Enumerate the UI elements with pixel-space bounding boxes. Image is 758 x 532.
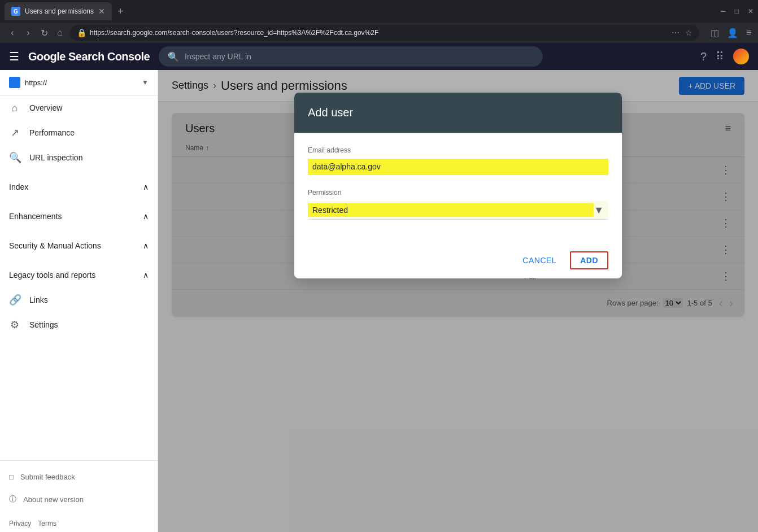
performance-icon: ↗: [9, 127, 20, 139]
sidebar-item-url-inspection[interactable]: 🔍 URL inspection: [0, 145, 158, 170]
submit-feedback-button[interactable]: □ Submit feedback: [0, 465, 158, 488]
expand-icon: ∧: [143, 182, 149, 191]
home-icon: ⌂: [9, 102, 20, 114]
main-layout: https:// ▼ ⌂ Overview ↗ Performance 🔍 UR…: [0, 70, 758, 532]
expand-icon: ∧: [143, 212, 149, 221]
expand-icon: ∧: [143, 271, 149, 280]
reload-button[interactable]: ↻: [38, 28, 50, 38]
search-icon: 🔍: [9, 151, 20, 164]
email-input[interactable]: [308, 159, 608, 175]
browser-tab[interactable]: G Users and permissions ✕: [5, 2, 112, 20]
property-selector[interactable]: https:// ▼: [0, 70, 158, 95]
sidebar-section-enhancements-toggle[interactable]: Enhancements ∧: [9, 204, 149, 229]
terms-link[interactable]: Terms: [38, 520, 56, 527]
sidebar-item-label: Links: [29, 295, 149, 304]
permission-select-wrapper: Restricted Full ▼: [308, 201, 608, 220]
info-icon: ⓘ: [9, 494, 16, 504]
back-button[interactable]: ‹: [7, 28, 18, 38]
window-controls: ─ □ ✕: [721, 7, 753, 15]
browser-chrome: G Users and permissions ✕ + ─ □ ✕: [0, 0, 758, 23]
content-area: Settings › Users and permissions + ADD U…: [158, 70, 758, 532]
security-icon: 🔒: [77, 28, 86, 37]
header-right: ? ⠿: [700, 49, 749, 64]
sidebar-section-security: Security & Manual Actions ∧: [0, 229, 158, 258]
legacy-label: Legacy tools and reports: [9, 271, 138, 280]
sidebar-section-legacy-toggle[interactable]: Legacy tools and reports ∧: [9, 263, 149, 287]
tab-close-icon[interactable]: ✕: [98, 7, 105, 16]
more-icon[interactable]: ⋯: [672, 28, 679, 37]
sidebar-item-label: Performance: [29, 128, 149, 137]
new-tab-button[interactable]: +: [117, 6, 124, 18]
avatar[interactable]: [733, 49, 749, 64]
sidebar-section-legacy: Legacy tools and reports ∧: [0, 258, 158, 287]
help-icon[interactable]: ?: [700, 50, 707, 63]
enhancements-label: Enhancements: [9, 212, 138, 221]
links-icon: 🔗: [9, 294, 20, 306]
nav-buttons: ‹ › ↻ ⌂: [7, 28, 66, 38]
permission-select[interactable]: Restricted Full: [308, 203, 594, 217]
expand-icon: ∧: [143, 241, 149, 250]
bookmark-icon[interactable]: ☆: [685, 28, 692, 37]
tab-favicon: G: [11, 7, 20, 16]
apps-icon[interactable]: ⠿: [716, 50, 724, 63]
app-header: ☰ Google Search Console 🔍 Inspect any UR…: [0, 43, 758, 70]
sidebar-item-links[interactable]: 🔗 Links: [0, 287, 158, 312]
close-icon[interactable]: ✕: [748, 7, 753, 15]
sidebar: https:// ▼ ⌂ Overview ↗ Performance 🔍 UR…: [0, 70, 158, 532]
sidebar-section-index-toggle[interactable]: Index ∧: [9, 175, 149, 199]
maximize-icon[interactable]: □: [735, 7, 739, 15]
sidebar-item-settings[interactable]: ⚙ Settings: [0, 312, 158, 337]
add-user-modal: Add user Email address Permission Restri…: [294, 93, 622, 278]
select-arrow-icon: ▼: [594, 204, 608, 216]
sidebar-item-label: Overview: [29, 103, 149, 112]
profile-icon[interactable]: 👤: [727, 28, 738, 38]
minimize-icon[interactable]: ─: [721, 7, 726, 15]
cancel-button[interactable]: CANCEL: [513, 251, 565, 269]
email-label: Email address: [308, 146, 608, 154]
property-icon: [9, 77, 20, 88]
sidebar-section-enhancements: Enhancements ∧: [0, 199, 158, 229]
about-new-version-button[interactable]: ⓘ About new version: [0, 488, 158, 511]
security-label: Security & Manual Actions: [9, 241, 138, 250]
search-bar[interactable]: 🔍 Inspect any URL in: [159, 46, 543, 67]
home-button[interactable]: ⌂: [54, 28, 66, 38]
modal-footer: CANCEL ADD: [294, 247, 622, 278]
sidebar-item-performance[interactable]: ↗ Performance: [0, 120, 158, 145]
permission-label: Permission: [308, 189, 608, 197]
search-placeholder: Inspect any URL in: [185, 52, 251, 61]
sidebar-bottom: □ Submit feedback ⓘ About new version: [0, 460, 158, 515]
url-text: https://search.google.com/search-console…: [90, 29, 378, 37]
url-icons: ⋯ ☆: [672, 28, 692, 37]
hamburger-menu[interactable]: ☰: [9, 50, 19, 63]
email-field-group: Email address: [308, 146, 608, 175]
sidebar-section-index: Index ∧: [0, 170, 158, 199]
modal-title: Add user: [308, 106, 353, 119]
sidebar-footer: Privacy Terms: [0, 515, 158, 532]
extensions-icon[interactable]: ◫: [711, 28, 719, 38]
modal-header: Add user: [294, 93, 622, 133]
logo-text: Google Search Console: [28, 50, 150, 63]
add-button[interactable]: ADD: [570, 251, 608, 269]
menu-icon[interactable]: ≡: [746, 28, 751, 38]
address-bar: ‹ › ↻ ⌂ 🔒 https://search.google.com/sear…: [0, 23, 758, 43]
tab-title: Users and permissions: [25, 7, 94, 15]
permission-field-group: Permission Restricted Full ▼: [308, 189, 608, 220]
property-name: https://: [25, 79, 137, 87]
privacy-link[interactable]: Privacy: [9, 520, 31, 527]
forward-button[interactable]: ›: [23, 28, 34, 38]
settings-icon: ⚙: [9, 319, 20, 331]
sidebar-item-label: URL inspection: [29, 153, 149, 162]
property-arrow-icon: ▼: [142, 79, 149, 86]
sidebar-section-security-toggle[interactable]: Security & Manual Actions ∧: [9, 233, 149, 258]
browser-toolbar: ◫ 👤 ≡: [711, 28, 751, 38]
url-bar[interactable]: 🔒 https://search.google.com/search-conso…: [70, 25, 699, 41]
app-logo: Google Search Console: [28, 50, 150, 63]
modal-overlay: Add user Email address Permission Restri…: [158, 70, 758, 532]
feedback-label: Submit feedback: [20, 473, 75, 481]
sidebar-item-overview[interactable]: ⌂ Overview: [0, 95, 158, 120]
about-label: About new version: [23, 495, 84, 504]
search-icon: 🔍: [168, 51, 179, 62]
index-label: Index: [9, 182, 138, 191]
sidebar-item-label: Settings: [29, 320, 149, 329]
modal-body: Email address Permission Restricted Full…: [294, 133, 622, 247]
